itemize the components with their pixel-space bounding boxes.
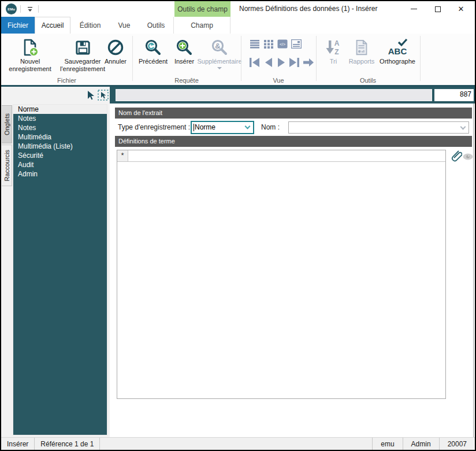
sidebar: Onglets Raccourcis Norme Notes Notes Mul… <box>1 87 110 437</box>
goto-record-button[interactable] <box>302 57 315 68</box>
minimize-icon <box>411 9 417 9</box>
tab-fichier[interactable]: Fichier <box>1 17 35 34</box>
select-region-cursor-icon[interactable] <box>98 90 109 101</box>
list-item-multimedia-liste[interactable]: Multimédia (Liste) <box>13 142 107 151</box>
maximize-button[interactable] <box>427 1 448 17</box>
svg-text:</>: </> <box>280 42 285 46</box>
details-view-icon[interactable] <box>291 39 302 49</box>
summary-field[interactable] <box>116 89 432 101</box>
group-separator <box>316 36 317 81</box>
new-record-button[interactable]: Nouvel enregistrement <box>6 36 54 73</box>
visibility-icon <box>463 152 473 159</box>
list-item-notes-2[interactable]: Notes <box>13 123 107 132</box>
group-label-requete: Requête <box>132 77 241 84</box>
maximize-icon <box>435 6 441 12</box>
term-definitions-grid[interactable]: * <box>117 150 446 399</box>
svg-text:ABC: ABC <box>388 46 407 56</box>
name-label: Nom : <box>261 121 280 134</box>
group-label-fichier: Fichier <box>1 77 132 84</box>
record-type-label: Type d'enregistrement : <box>118 121 190 134</box>
quick-access-customize-button[interactable] <box>24 4 36 14</box>
tab-vue[interactable]: Vue <box>110 17 139 34</box>
svg-text:&: & <box>215 42 220 50</box>
toolbar-separator <box>38 5 39 13</box>
chevron-down-icon <box>460 124 466 130</box>
additional-query-button: & Supplémentaire <box>199 36 240 69</box>
list-item-norme[interactable]: Norme <box>13 105 107 114</box>
cancel-icon <box>106 36 125 57</box>
tab-champ[interactable]: Champ <box>173 17 230 34</box>
group-separator <box>241 36 241 81</box>
summary-bar: 887 <box>110 87 476 103</box>
attachment-icon[interactable] <box>449 149 462 162</box>
status-right: emu Admin 20007 <box>372 438 475 450</box>
last-record-button[interactable] <box>288 57 300 68</box>
list-item-admin[interactable]: Admin <box>13 169 107 179</box>
form-content: Nom de l'extrait Type d'enregistrement :… <box>110 103 474 437</box>
grid-row-header: * <box>117 150 128 161</box>
section-header-definitions: Définitions de terme <box>115 136 472 147</box>
contextual-tab-header: Outils de champ <box>174 1 230 17</box>
search-insert-icon <box>175 36 194 57</box>
app-window: EMu Outils de champ Normes Définitions d… <box>0 0 476 451</box>
title-bar: EMu Outils de champ Normes Définitions d… <box>1 1 475 17</box>
code-view-icon[interactable]: </> <box>277 39 288 49</box>
list-item-notes-1[interactable]: Notes <box>13 114 107 123</box>
svg-text:Z: Z <box>334 48 339 56</box>
minimize-button[interactable] <box>403 1 424 17</box>
list-item-audit[interactable]: Audit <box>13 160 107 169</box>
status-port: 20007 <box>439 438 475 450</box>
group-label-outils: Outils <box>316 77 420 84</box>
close-button[interactable]: ✕ <box>451 1 471 17</box>
spellcheck-icon: ABC <box>386 36 409 57</box>
previous-record-button[interactable] <box>262 57 275 68</box>
report-icon <box>353 36 370 57</box>
grid-view-icon[interactable] <box>263 39 274 49</box>
record-number-field[interactable]: 887 <box>434 89 474 101</box>
body: Onglets Raccourcis Norme Notes Notes Mul… <box>1 87 475 437</box>
customize-toolbar-icon <box>27 6 34 12</box>
sidebar-tab-onglets[interactable]: Onglets <box>2 105 12 143</box>
sidebar-tab-raccourcis[interactable]: Raccourcis <box>2 145 12 186</box>
text-caret <box>194 124 194 131</box>
status-user: Admin <box>403 438 439 450</box>
insert-button[interactable]: Insérer <box>171 36 198 65</box>
next-record-button[interactable] <box>275 57 288 68</box>
status-bar: Insérer Référence 1 de 1 emu Admin 20007 <box>1 437 475 450</box>
cancel-button[interactable]: Annuler <box>101 36 131 65</box>
status-left: Insérer Référence 1 de 1 <box>1 438 100 450</box>
tab-list: Norme Notes Notes Multimédia Multimédia … <box>13 104 107 435</box>
tab-edition[interactable]: Édition <box>70 17 110 34</box>
main-panel: 887 Nom de l'extrait Type d'enregistreme… <box>110 87 476 437</box>
ribbon: Nouvel enregistrement Sauvegarder l'enre… <box>1 34 475 85</box>
select-cursor-icon[interactable] <box>85 90 96 101</box>
record-type-value: Norme <box>195 122 215 133</box>
grid-new-row[interactable]: * <box>117 150 445 162</box>
search-previous-icon <box>144 36 162 57</box>
svg-text:A: A <box>334 39 340 47</box>
section-header-nom-extrait: Nom de l'extrait <box>115 108 472 119</box>
status-database: emu <box>372 438 402 450</box>
reports-button: Rapports <box>345 36 378 65</box>
name-combobox[interactable] <box>288 121 469 134</box>
list-item-multimedia[interactable]: Multimédia <box>13 132 107 142</box>
window-title: Normes Définitions des données (1) - Ins… <box>239 1 377 17</box>
emu-logo-icon: EMu <box>6 3 17 14</box>
spelling-button[interactable]: ABC Orthographe <box>377 36 418 65</box>
first-record-button[interactable] <box>248 57 261 68</box>
group-separator <box>132 36 133 81</box>
tab-outils[interactable]: Outils <box>139 17 173 34</box>
new-record-icon <box>21 36 39 57</box>
tab-accueil[interactable]: Accueil <box>35 17 70 34</box>
group-label-vue: Vue <box>241 77 316 84</box>
list-view-icon[interactable] <box>250 39 260 49</box>
chevron-down-icon <box>217 67 222 69</box>
status-mode: Insérer <box>1 438 35 450</box>
previous-query-button[interactable]: Précédent <box>135 36 171 65</box>
list-item-securite[interactable]: Sécurité <box>13 151 107 160</box>
record-type-combobox[interactable]: Norme <box>191 121 254 134</box>
close-icon: ✕ <box>458 5 464 13</box>
ribbon-tab-bar: Fichier Accueil Édition Vue Outils Champ… <box>1 17 475 34</box>
search-additional-icon: & <box>210 36 229 57</box>
group-separator <box>420 36 421 81</box>
